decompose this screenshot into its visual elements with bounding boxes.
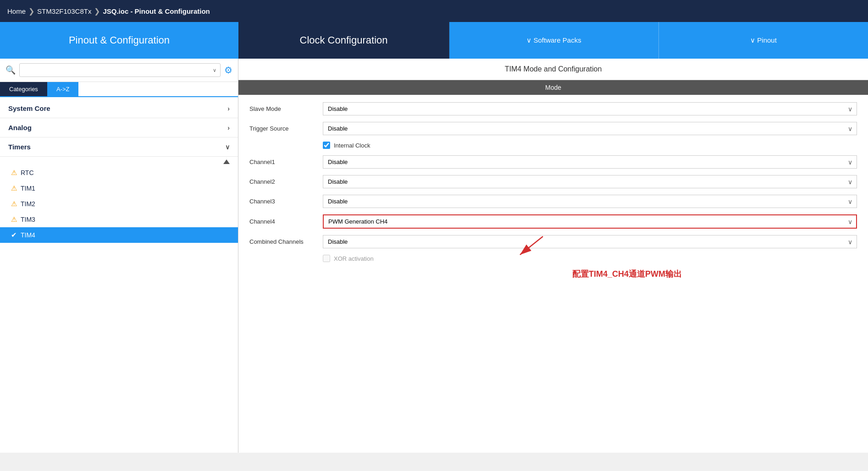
warning-icon-tim1: ⚠	[11, 184, 17, 192]
sidebar-item-system-core[interactable]: System Core ›	[0, 99, 238, 118]
slave-mode-row: Slave Mode Disable Reset Mode Gated Mode…	[249, 102, 857, 115]
collapse-icon[interactable]	[223, 159, 230, 164]
sidebar-item-timers[interactable]: Timers ∨	[0, 137, 238, 157]
channel3-label: Channel3	[249, 198, 323, 205]
timers-label: Timers	[8, 143, 31, 151]
internal-clock-row: Internal Clock	[249, 142, 857, 149]
channel3-select-wrapper: Disable PWM Generation CH3	[323, 195, 857, 208]
slave-mode-select-wrapper: Disable Reset Mode Gated Mode Trigger Mo…	[323, 102, 857, 115]
combined-channels-select[interactable]: Disable	[323, 235, 857, 248]
channel2-select[interactable]: Disable PWM Generation CH2	[323, 175, 857, 188]
sidebar-item-tim2[interactable]: ⚠ TIM2	[0, 196, 238, 212]
chevron-right-icon-analog: ›	[227, 124, 230, 131]
tab-pinout-config[interactable]: Pinout & Configuration	[0, 22, 238, 59]
main-layout: 🔍 ∨ ⚙ Categories A->Z System Core › Anal…	[0, 59, 868, 453]
sidebar: 🔍 ∨ ⚙ Categories A->Z System Core › Anal…	[0, 59, 238, 453]
search-row: 🔍 ∨ ⚙	[0, 59, 238, 82]
channel1-select[interactable]: Disable PWM Generation CH1	[323, 155, 857, 169]
breadcrumb-bar: Home ❯ STM32F103C8Tx ❯ JSQ.ioc - Pinout …	[0, 0, 868, 22]
channel3-row: Channel3 Disable PWM Generation CH3	[249, 195, 857, 208]
search-icon: 🔍	[6, 65, 16, 75]
trigger-source-select-wrapper: Disable ITR0 ITR1	[323, 122, 857, 135]
channel4-row: Channel4 Disable PWM Generation CH4 Outp…	[249, 214, 857, 229]
category-list: System Core › Analog › Timers ∨ ⚠ RTC ⚠	[0, 97, 238, 453]
sidebar-item-analog[interactable]: Analog ›	[0, 118, 238, 137]
channel4-select-wrapper: Disable PWM Generation CH4 Output Compar…	[323, 214, 857, 229]
tab-clock-config[interactable]: Clock Configuration	[238, 22, 449, 59]
slave-mode-select[interactable]: Disable Reset Mode Gated Mode Trigger Mo…	[323, 102, 857, 115]
combined-channels-select-wrapper: Disable	[323, 235, 857, 248]
tab-software-packs[interactable]: ∨ Software Packs	[449, 22, 658, 59]
dropdown-icon[interactable]: ∨	[213, 67, 216, 73]
channel1-row: Channel1 Disable PWM Generation CH1	[249, 155, 857, 169]
warning-icon-tim2: ⚠	[11, 200, 17, 208]
search-input-wrapper[interactable]: ∨	[19, 63, 221, 77]
breadcrumb-home[interactable]: Home	[7, 7, 26, 15]
slave-mode-label: Slave Mode	[249, 105, 323, 112]
channel4-label: Channel4	[249, 218, 323, 225]
channel4-select[interactable]: Disable PWM Generation CH4 Output Compar…	[323, 214, 857, 229]
channel2-select-wrapper: Disable PWM Generation CH2	[323, 175, 857, 188]
internal-clock-checkbox[interactable]	[323, 142, 330, 149]
tab-header: Pinout & Configuration Clock Configurati…	[0, 22, 868, 59]
trigger-source-row: Trigger Source Disable ITR0 ITR1	[249, 122, 857, 135]
xor-activation-checkbox[interactable]	[323, 255, 330, 262]
sidebar-item-tim1[interactable]: ⚠ TIM1	[0, 181, 238, 196]
mode-header: Mode	[238, 80, 868, 95]
analog-label: Analog	[8, 124, 32, 131]
tim4-label: TIM4	[21, 231, 35, 239]
breadcrumb-sep2: ❯	[94, 7, 100, 16]
rtc-label: RTC	[21, 169, 34, 176]
gear-icon[interactable]: ⚙	[224, 65, 232, 76]
channel2-row: Channel2 Disable PWM Generation CH2	[249, 175, 857, 188]
channel2-label: Channel2	[249, 178, 323, 185]
svg-line-1	[520, 236, 543, 255]
trigger-source-label: Trigger Source	[249, 125, 323, 132]
tim1-label: TIM1	[21, 185, 35, 192]
tim2-label: TIM2	[21, 200, 35, 208]
tab-az[interactable]: A->Z	[47, 82, 79, 96]
category-tabs: Categories A->Z	[0, 82, 238, 97]
channel1-select-wrapper: Disable PWM Generation CH1	[323, 155, 857, 169]
config-content: Slave Mode Disable Reset Mode Gated Mode…	[238, 95, 868, 453]
warning-icon-tim3: ⚠	[11, 215, 17, 224]
breadcrumb-sep1: ❯	[28, 7, 34, 16]
chevron-down-icon: ∨	[225, 143, 230, 151]
ok-icon-tim4: ✔	[11, 231, 17, 239]
system-core-label: System Core	[8, 104, 50, 112]
search-field[interactable]	[23, 67, 213, 74]
sidebar-item-rtc[interactable]: ⚠ RTC	[0, 165, 238, 181]
timer-divider	[0, 157, 238, 165]
sidebar-item-tim4[interactable]: ✔ TIM4	[0, 227, 238, 243]
breadcrumb-chip[interactable]: STM32F103C8Tx	[37, 7, 91, 15]
xor-activation-label: XOR activation	[334, 255, 374, 262]
trigger-source-select[interactable]: Disable ITR0 ITR1	[323, 122, 857, 135]
warning-icon-rtc: ⚠	[11, 169, 17, 177]
internal-clock-label: Internal Clock	[334, 142, 370, 149]
chevron-right-icon: ›	[227, 105, 230, 112]
tab-pinout[interactable]: ∨ Pinout	[658, 22, 868, 59]
mode-title: TIM4 Mode and Configuration	[238, 59, 868, 80]
channel3-select[interactable]: Disable PWM Generation CH3	[323, 195, 857, 208]
tim3-label: TIM3	[21, 216, 35, 223]
right-content: TIM4 Mode and Configuration Mode Slave M…	[238, 59, 868, 453]
annotation-text: 配置TIM4_CH4通道PWM输出	[572, 268, 682, 279]
annotation-arrow-svg	[506, 232, 561, 259]
sidebar-item-tim3[interactable]: ⚠ TIM3	[0, 212, 238, 227]
tab-categories[interactable]: Categories	[0, 82, 47, 96]
breadcrumb-file[interactable]: JSQ.ioc - Pinout & Configuration	[103, 7, 210, 15]
channel1-label: Channel1	[249, 159, 323, 165]
combined-channels-label: Combined Channels	[249, 238, 323, 245]
